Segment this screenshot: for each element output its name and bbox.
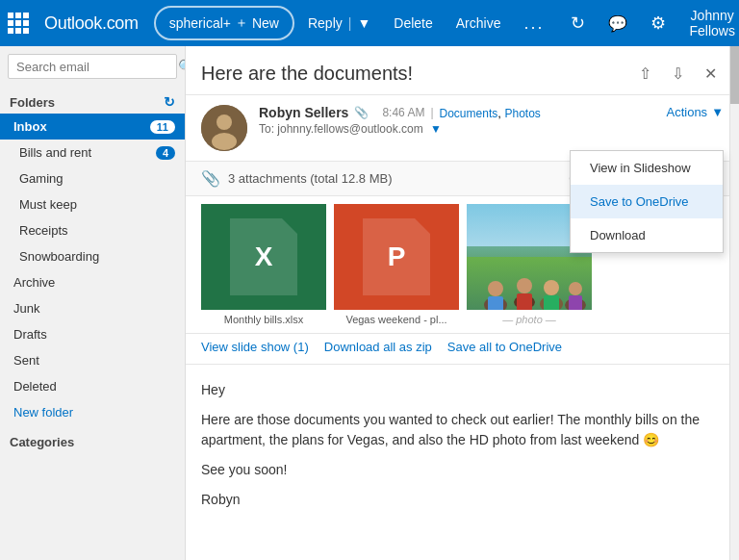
body-greeting: Hey xyxy=(201,380,724,400)
svg-rect-14 xyxy=(569,295,582,310)
body-closing: See you soon! xyxy=(201,460,724,480)
paperclip-icon: 📎 xyxy=(201,169,220,188)
body-signature: Robyn xyxy=(201,490,724,510)
sidebar-item-drafts[interactable]: Drafts xyxy=(0,321,185,347)
svg-rect-8 xyxy=(517,293,532,310)
grid-icon xyxy=(8,13,29,34)
email-body: Hey Here are those documents you wanted … xyxy=(186,365,739,560)
tag-photos[interactable]: Photos xyxy=(504,107,540,120)
reply-dropdown-icon: ▼ xyxy=(357,15,370,31)
search-box: 🔍 xyxy=(8,54,177,79)
sidebar-item-inbox[interactable]: Inbox 11 xyxy=(0,114,185,140)
dropdown-item-download[interactable]: Download xyxy=(571,218,723,252)
attachment-ppt[interactable]: P Vegas weekend - pl... xyxy=(334,204,467,325)
sender-to: To: johnny.fellows@outlook.com ▼ xyxy=(259,122,666,136)
reply-button[interactable]: Reply | ▼ xyxy=(298,6,380,40)
undo-button[interactable]: ↻ xyxy=(561,6,595,40)
ppt-doc-icon: P xyxy=(363,218,430,295)
app-grid-button[interactable] xyxy=(8,8,29,38)
archive-nav-button[interactable]: Archive xyxy=(446,6,511,40)
attachments-count: 3 attachments (total 12.8 MB) xyxy=(228,171,393,186)
sidebar-item-junk[interactable]: Junk xyxy=(0,295,185,321)
email-view: Here are the documents! ⇧ ⇩ ✕ Robyn Sell… xyxy=(186,46,739,560)
save-onedrive-link[interactable]: Save all to OneDrive xyxy=(447,340,562,354)
search-input[interactable] xyxy=(16,60,178,74)
send-time: 8:46 AM xyxy=(382,106,424,119)
svg-point-10 xyxy=(544,280,559,295)
main-layout: 🔍 Folders ↻ Inbox 11 Bills and rent 4 Ga… xyxy=(0,46,739,560)
more-options-button[interactable]: ... xyxy=(514,6,553,40)
new-folder-link[interactable]: New folder xyxy=(0,399,185,425)
sender-name: Robyn Sellers xyxy=(259,105,348,120)
categories-header: Categories xyxy=(0,425,185,453)
attach-paperclip-icon: 📎 xyxy=(354,106,369,119)
plus-icon: spherical+ xyxy=(169,15,231,31)
actions-chevron-icon: ▼ xyxy=(711,105,724,119)
new-button[interactable]: spherical+ ＋ New xyxy=(154,6,294,40)
delete-button[interactable]: Delete xyxy=(384,6,442,40)
dropdown-item-onedrive[interactable]: Save to OneDrive xyxy=(571,185,723,218)
sidebar-item-mustkeep[interactable]: Must keep xyxy=(0,191,185,217)
sender-info: Robyn Sellers 📎 8:46 AM | Documents, Pho… xyxy=(259,105,666,136)
svg-point-7 xyxy=(517,278,532,293)
sidebar-item-deleted[interactable]: Deleted xyxy=(0,373,185,399)
scrollbar[interactable] xyxy=(729,46,739,560)
sidebar-item-snowboarding[interactable]: Snowboarding xyxy=(0,243,185,269)
attachment-links: View slide show (1) Download all as zip … xyxy=(186,334,739,365)
sidebar-item-archive[interactable]: Archive xyxy=(0,269,185,295)
email-header: Here are the documents! ⇧ ⇩ ✕ xyxy=(186,46,739,95)
actions-button[interactable]: Actions ▼ xyxy=(666,105,724,119)
excel-doc-icon: X xyxy=(230,218,297,295)
search-icon: 🔍 xyxy=(178,59,186,74)
ppt-filename: Vegas weekend - pl... xyxy=(334,314,459,325)
download-zip-link[interactable]: Download all as zip xyxy=(324,340,432,354)
sender-avatar xyxy=(201,105,247,151)
excel-filename: Monthly bills.xlsx xyxy=(201,314,326,325)
chat-button[interactable]: 💬 xyxy=(599,6,637,40)
dropdown-item-slideshow[interactable]: View in Slideshow xyxy=(571,151,723,185)
sidebar-item-gaming[interactable]: Gaming xyxy=(0,165,185,191)
top-navigation: Outlook.com spherical+ ＋ New Reply | ▼ D… xyxy=(0,0,739,46)
sender-tags: Documents, Photos xyxy=(440,106,541,120)
svg-point-1 xyxy=(217,115,232,130)
inbox-badge: 11 xyxy=(150,120,175,134)
sidebar-item-receipts[interactable]: Receipts xyxy=(0,217,185,243)
bills-badge: 4 xyxy=(156,146,175,160)
user-name-button[interactable]: Johnny Fellows xyxy=(679,6,739,40)
sidebar: 🔍 Folders ↻ Inbox 11 Bills and rent 4 Ga… xyxy=(0,46,186,560)
email-nav-icons: ⇧ ⇩ ✕ xyxy=(631,60,724,87)
svg-point-13 xyxy=(569,282,582,295)
prev-email-button[interactable]: ⇧ xyxy=(631,60,658,87)
actions-dropdown: View in Slideshow Save to OneDrive Downl… xyxy=(570,150,724,253)
svg-point-4 xyxy=(488,281,503,296)
body-main: Here are those documents you wanted to c… xyxy=(201,410,724,450)
sidebar-item-sent[interactable]: Sent xyxy=(0,347,185,373)
attachment-excel[interactable]: X Monthly bills.xlsx xyxy=(201,204,334,325)
folders-header: Folders ↻ xyxy=(0,87,185,114)
tag-documents[interactable]: Documents xyxy=(440,107,498,120)
next-email-button[interactable]: ⇩ xyxy=(664,60,691,87)
refresh-icon[interactable]: ↻ xyxy=(164,94,175,110)
photo-filename: — photo — xyxy=(467,314,592,325)
scrollbar-thumb[interactable] xyxy=(730,46,739,104)
settings-button[interactable]: ⚙ xyxy=(641,6,675,40)
close-email-button[interactable]: ✕ xyxy=(697,60,724,87)
svg-rect-11 xyxy=(544,295,559,310)
pipe-divider: | xyxy=(348,15,352,31)
email-subject: Here are the documents! xyxy=(201,63,413,85)
expand-to-icon[interactable]: ▼ xyxy=(430,122,442,136)
photo-people xyxy=(467,306,592,310)
app-logo: Outlook.com xyxy=(33,13,150,34)
sidebar-item-bills[interactable]: Bills and rent 4 xyxy=(0,140,185,165)
view-slideshow-link[interactable]: View slide show (1) xyxy=(201,340,309,354)
svg-rect-5 xyxy=(488,296,503,310)
svg-point-2 xyxy=(212,133,237,150)
